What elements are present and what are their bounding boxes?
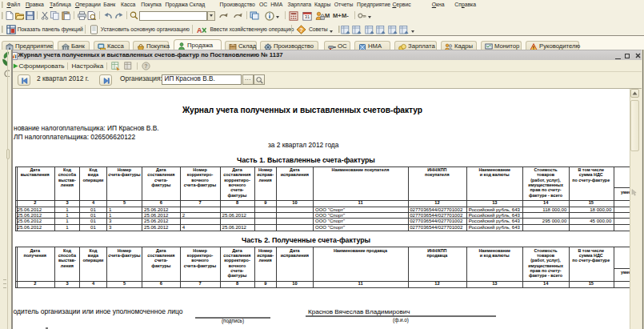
svg-text:?: ?: [299, 26, 303, 34]
svg-text:A: A: [197, 26, 202, 34]
svg-text:31: 31: [305, 14, 310, 19]
svg-text:?: ?: [144, 63, 147, 69]
